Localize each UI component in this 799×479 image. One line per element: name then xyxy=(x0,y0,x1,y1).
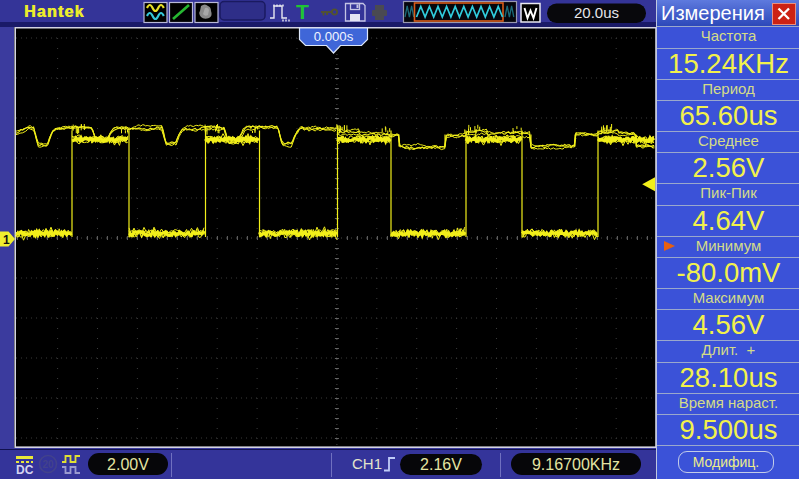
svg-text:T: T xyxy=(296,0,309,23)
svg-text:2.16V: 2.16V xyxy=(420,456,462,473)
svg-text:20.0us: 20.0us xyxy=(574,4,619,21)
svg-text:2.00V: 2.00V xyxy=(107,456,149,473)
svg-text:0.000s: 0.000s xyxy=(314,29,354,44)
svg-text:CH1: CH1 xyxy=(352,455,382,472)
svg-text:DC: DC xyxy=(16,463,34,477)
svg-text:20: 20 xyxy=(42,459,54,470)
svg-text:1: 1 xyxy=(3,233,10,247)
svg-text:9.16700KHz: 9.16700KHz xyxy=(532,456,620,473)
